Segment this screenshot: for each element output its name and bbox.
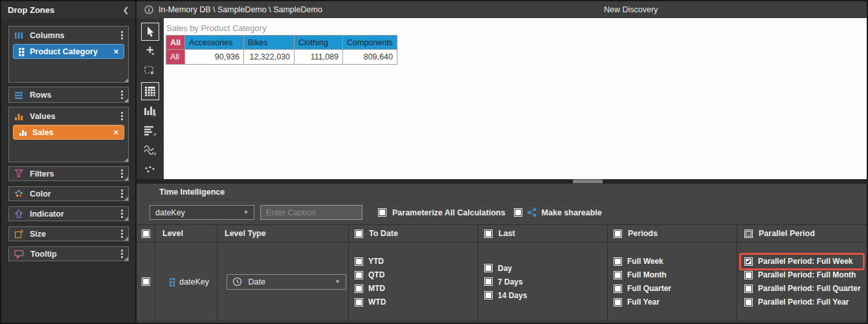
tool-select[interactable] (137, 21, 164, 42)
zone-color: Color (8, 186, 129, 201)
shareable-checkbox-row[interactable]: Make shareable (514, 208, 602, 217)
zone-values-menu-icon[interactable] (121, 112, 123, 120)
grid-col-to-date: To Date YTD QTD MTD WTD (349, 225, 478, 321)
last-option[interactable]: 14 Days (478, 288, 607, 302)
grid-table-icon (144, 86, 156, 96)
dimension-grid-icon (19, 47, 25, 56)
to-date-header-checkbox[interactable] (355, 230, 363, 238)
zone-values-label: Values (30, 112, 56, 121)
size-icon (14, 230, 23, 239)
wtd-checkbox[interactable] (355, 298, 363, 307)
zone-indicator: Indicator (8, 206, 129, 221)
14-days-checkbox[interactable] (484, 291, 493, 299)
splitter-grip-icon[interactable] (573, 180, 603, 183)
chip-product-category-label: Product Category (30, 47, 98, 56)
text-bars-icon (144, 125, 157, 136)
chip-sales[interactable]: Sales × (13, 125, 124, 140)
parameterize-checkbox[interactable] (378, 208, 386, 217)
shareable-checkbox[interactable] (514, 208, 522, 217)
full-week-checkbox[interactable] (614, 257, 622, 266)
pivot-col-header[interactable]: Bikes (244, 36, 295, 50)
hierarchy-dropdown[interactable]: dateKey ▼ (150, 205, 254, 220)
panel-splitter[interactable] (137, 179, 867, 184)
clock-icon (232, 277, 242, 286)
parallel-period-option[interactable]: Parallel Period: Full Quarter (737, 282, 867, 296)
lasso-select-icon (144, 66, 156, 76)
last-option[interactable]: 7 Days (478, 275, 607, 288)
remove-chip-icon[interactable]: × (113, 127, 118, 137)
collapse-panel-icon[interactable]: ❮ (123, 6, 129, 14)
pivot-value-cell[interactable]: 12,322,030 (244, 50, 295, 65)
parallel-full-month-checkbox[interactable] (744, 271, 753, 279)
time-intelligence-grid: Level dateKey Level Type Date ▼ (137, 224, 867, 321)
grid-col-parallel-period: Parallel Period Parallel Period: Full We… (737, 225, 867, 321)
main-area: In-Memory DB \ SampleDemo \ SampleDemo N… (137, 1, 867, 323)
pivot-row-header[interactable]: All (166, 50, 185, 65)
panel-controls: dateKey ▼ Parameterize All Calculations … (137, 200, 867, 224)
pivot-value-cell[interactable]: 111,089 (295, 50, 343, 65)
last-header-checkbox[interactable] (484, 230, 493, 238)
periods-option[interactable]: Full Week (608, 255, 737, 268)
ytd-checkbox[interactable] (355, 257, 363, 266)
tool-add[interactable] (137, 42, 164, 61)
chip-product-category[interactable]: Product Category × (13, 44, 124, 59)
add-cursor-icon (145, 46, 156, 57)
parallel-period-option-highlighted[interactable]: Parallel Period: Full Week (737, 255, 867, 268)
info-icon[interactable] (144, 5, 153, 14)
parallel-period-header-checkbox[interactable] (744, 230, 753, 238)
rows-icon (14, 91, 23, 100)
periods-header-checkbox[interactable] (614, 230, 622, 238)
cursor-arrow-icon (145, 25, 156, 38)
tool-line-chart[interactable] (137, 140, 164, 160)
zone-indicator-menu-icon[interactable] (121, 210, 123, 218)
mtd-checkbox[interactable] (355, 285, 363, 293)
pivot-table[interactable]: All Accessories Bikes Clothing Component… (166, 35, 397, 65)
full-quarter-checkbox[interactable] (614, 285, 622, 293)
pivot-value-cell[interactable]: 809,640 (343, 50, 397, 65)
zone-columns-menu-icon[interactable] (121, 31, 123, 39)
pivot-corner-cell[interactable]: All (166, 36, 185, 50)
periods-option[interactable]: Full Month (608, 268, 737, 282)
tool-grid-view[interactable] (137, 81, 164, 102)
panel-title: Time Intelligence (137, 184, 867, 200)
select-all-checkbox[interactable] (142, 230, 150, 238)
pivot-header-row: All Accessories Bikes Clothing Component… (166, 36, 397, 50)
zone-size-menu-icon[interactable] (121, 230, 123, 238)
full-month-checkbox[interactable] (614, 271, 622, 279)
caption-input[interactable] (260, 205, 362, 220)
pivot-value-cell[interactable]: 90,936 (185, 50, 244, 65)
column-chart-icon (144, 105, 157, 116)
level-type-dropdown[interactable]: Date ▼ (227, 274, 346, 290)
zone-rows-menu-icon[interactable] (121, 91, 123, 99)
app-window: Drop Zones ❮ Columns Product Category × (0, 0, 868, 324)
to-date-option[interactable]: YTD (349, 255, 478, 268)
remove-chip-icon[interactable]: × (113, 47, 118, 56)
7-days-checkbox[interactable] (484, 277, 493, 286)
parameterize-checkbox-row[interactable]: Parameterize All Calculations (378, 208, 506, 217)
tool-text-view[interactable] (137, 121, 164, 140)
qtd-checkbox[interactable] (355, 271, 363, 279)
full-year-checkbox[interactable] (614, 298, 622, 307)
day-checkbox[interactable] (484, 264, 493, 272)
to-date-option[interactable]: QTD (349, 268, 478, 282)
pivot-col-header[interactable]: Accessories (185, 36, 244, 50)
zone-tooltip-menu-icon[interactable] (121, 250, 123, 258)
parallel-full-quarter-checkbox[interactable] (744, 285, 753, 293)
parallel-period-option[interactable]: Parallel Period: Full Year (737, 296, 867, 309)
zone-color-menu-icon[interactable] (121, 189, 123, 198)
periods-option[interactable]: Full Year (608, 296, 737, 309)
to-date-option[interactable]: MTD (349, 282, 478, 296)
parallel-full-week-checkbox[interactable] (744, 257, 753, 266)
tool-scatter-chart[interactable] (137, 160, 164, 179)
zone-filters-menu-icon[interactable] (121, 169, 123, 178)
to-date-option[interactable]: WTD (349, 296, 478, 309)
last-option[interactable]: Day (478, 261, 607, 275)
parallel-full-year-checkbox[interactable] (744, 298, 753, 307)
tool-column-chart[interactable] (137, 102, 164, 121)
tool-lasso-select[interactable] (137, 61, 164, 81)
pivot-col-header[interactable]: Components (343, 36, 397, 50)
row-select-checkbox[interactable] (142, 277, 150, 286)
pivot-col-header[interactable]: Clothing (295, 36, 343, 50)
periods-option[interactable]: Full Quarter (608, 282, 737, 296)
parallel-period-option[interactable]: Parallel Period: Full Month (737, 268, 867, 282)
